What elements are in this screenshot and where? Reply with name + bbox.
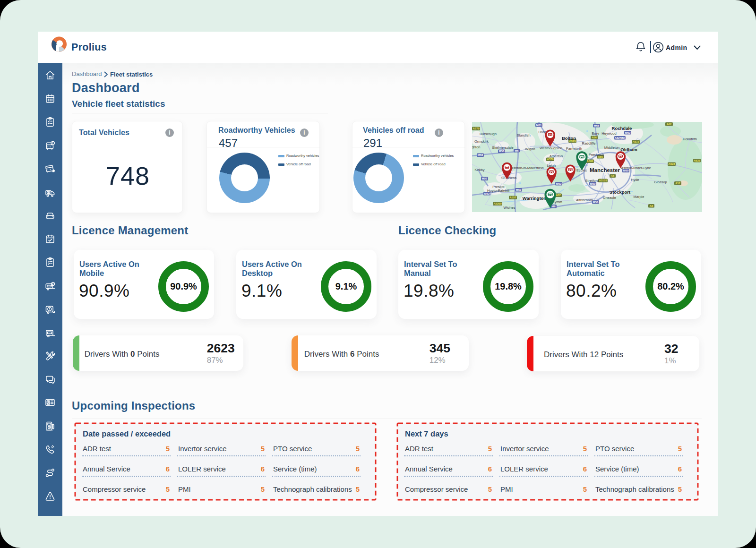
- svg-text:A579: A579: [547, 158, 554, 161]
- svg-text:Altrincham: Altrincham: [576, 198, 593, 202]
- svg-text:Hyde: Hyde: [631, 178, 639, 182]
- svg-text:M58: M58: [499, 150, 505, 153]
- svg-text:Ormskirk: Ormskirk: [474, 139, 489, 144]
- svg-text:Warrington: Warrington: [523, 196, 547, 201]
- svg-text:Bolton: Bolton: [562, 136, 576, 141]
- svg-text:A635: A635: [694, 159, 701, 162]
- svg-text:M56: M56: [593, 201, 599, 204]
- svg-text:M6: M6: [515, 149, 519, 152]
- svg-text:A57: A57: [675, 182, 680, 185]
- svg-text:A628: A628: [669, 163, 676, 165]
- svg-text:Atherton: Atherton: [550, 154, 563, 158]
- svg-text:Marple: Marple: [634, 195, 644, 199]
- svg-text:Stretford: Stretford: [585, 179, 599, 183]
- svg-text:Kirkby: Kirkby: [475, 168, 485, 172]
- svg-text:A627(M): A627(M): [615, 137, 626, 139]
- svg-text:Rochdale: Rochdale: [612, 126, 632, 131]
- svg-text:A570: A570: [473, 127, 480, 130]
- svg-text:M58: M58: [478, 154, 483, 156]
- svg-text:M62: M62: [516, 188, 521, 191]
- svg-text:A5103: A5103: [599, 179, 607, 182]
- svg-text:Widnes: Widnes: [503, 206, 515, 210]
- svg-text:Ashton-in-Makerfield: Ashton-in-Makerfield: [511, 166, 544, 170]
- svg-text:Huyton: Huyton: [487, 188, 498, 193]
- svg-text:A62: A62: [667, 123, 672, 126]
- svg-text:Cheadle: Cheadle: [603, 196, 616, 200]
- svg-text:Oldham: Oldham: [620, 147, 637, 152]
- svg-text:M66: M66: [594, 124, 600, 127]
- svg-text:Standish: Standish: [516, 133, 530, 137]
- svg-text:M62: M62: [625, 131, 630, 134]
- svg-text:ughton: ughton: [472, 145, 480, 149]
- svg-text:Bury: Bury: [592, 131, 599, 136]
- svg-text:A672: A672: [633, 140, 639, 143]
- svg-text:Middleton: Middleton: [604, 146, 620, 150]
- svg-text:Ashton-under-Lyne: Ashton-under-Lyne: [621, 166, 651, 170]
- svg-text:M62: M62: [556, 182, 561, 185]
- svg-text:Prestwich: Prestwich: [589, 153, 604, 157]
- svg-text:Skelmersdale: Skelmersdale: [492, 146, 513, 150]
- svg-text:Stockport: Stockport: [610, 189, 631, 195]
- svg-text:A57: A57: [556, 194, 561, 197]
- svg-text:A6: A6: [650, 205, 653, 207]
- svg-text:A5300: A5300: [493, 202, 501, 205]
- svg-text:Burscough: Burscough: [480, 132, 497, 136]
- svg-text:Westhoughton: Westhoughton: [540, 146, 562, 150]
- svg-text:Wigan: Wigan: [525, 147, 535, 151]
- svg-text:M61: M61: [536, 124, 542, 127]
- svg-text:M57: M57: [482, 177, 487, 180]
- svg-text:Farnworth: Farnworth: [566, 146, 582, 151]
- svg-text:A557: A557: [510, 196, 516, 199]
- svg-text:Heywood: Heywood: [601, 131, 616, 136]
- svg-text:Holmfirth: Holmfirth: [683, 137, 697, 141]
- svg-text:A56: A56: [592, 136, 597, 139]
- svg-text:Manchester: Manchester: [590, 167, 620, 173]
- svg-text:M6: M6: [551, 205, 556, 208]
- svg-text:Rainhill: Rainhill: [498, 188, 510, 193]
- svg-text:A6: A6: [611, 174, 615, 177]
- svg-text:Radcliffe: Radcliffe: [582, 141, 595, 146]
- svg-text:Glossop: Glossop: [654, 180, 667, 184]
- svg-text:St Helens: St Helens: [501, 176, 517, 180]
- svg-text:A580: A580: [587, 160, 593, 163]
